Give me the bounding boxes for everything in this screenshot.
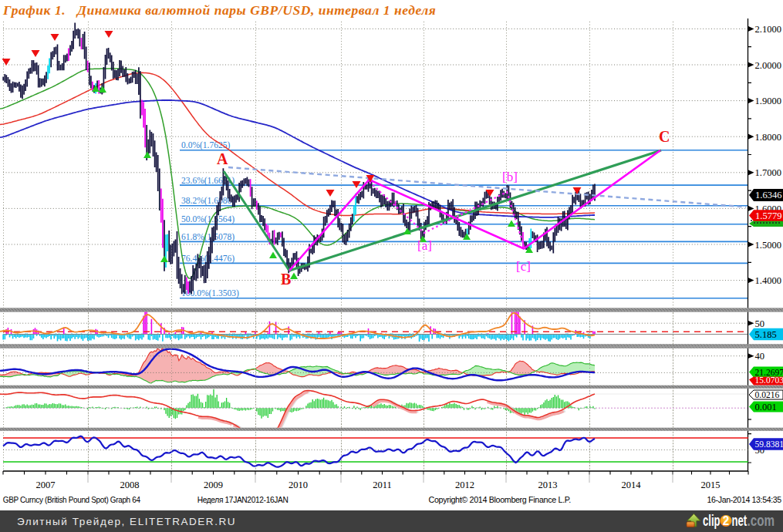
svg-text:61.8%(1.5078): 61.8%(1.5078): [181, 232, 235, 242]
svg-text:2013: 2013: [538, 480, 558, 490]
svg-text:1.5000: 1.5000: [755, 240, 781, 251]
svg-text:50: 50: [755, 318, 765, 329]
svg-text:2015: 2015: [701, 480, 721, 490]
svg-text:GBP Curncy (British Pound Spot: GBP Curncy (British Pound Spot) Graph 64: [3, 496, 140, 504]
svg-text:2007: 2007: [36, 480, 56, 490]
svg-text:1.6346: 1.6346: [755, 190, 781, 200]
svg-text:2.1000: 2.1000: [755, 24, 781, 35]
svg-text:2010: 2010: [289, 480, 308, 490]
svg-text:0.0216: 0.0216: [755, 390, 780, 399]
svg-text:1.4000: 1.4000: [755, 275, 781, 286]
svg-text:1.7000: 1.7000: [755, 167, 781, 178]
svg-text:clip: clip: [703, 512, 721, 529]
svg-text:[c]: [c]: [516, 259, 531, 274]
svg-text:net: net: [732, 512, 748, 529]
svg-text:1.5779: 1.5779: [755, 210, 781, 221]
svg-text:.com: .com: [748, 512, 775, 529]
svg-text:A: A: [217, 150, 228, 167]
svg-text:Copyright© 2014 Bloomberg Fina: Copyright© 2014 Bloomberg Finance L.P.: [429, 495, 572, 504]
svg-text:1.8000: 1.8000: [755, 132, 781, 143]
svg-text:5.185: 5.185: [755, 329, 777, 340]
svg-text:[a]: [a]: [417, 238, 432, 253]
svg-text:15.0703: 15.0703: [755, 375, 783, 385]
svg-text:2014: 2014: [622, 480, 642, 490]
svg-text:B: B: [281, 271, 291, 288]
svg-text:2011: 2011: [373, 480, 392, 490]
svg-text:2: 2: [723, 514, 730, 527]
svg-text:C: C: [659, 128, 670, 145]
svg-text:Неделя 17JAN2012-16JAN: Неделя 17JAN2012-16JAN: [197, 496, 289, 504]
svg-text:2009: 2009: [204, 480, 223, 490]
svg-text:40: 40: [755, 351, 765, 362]
svg-text:2008: 2008: [120, 480, 140, 490]
svg-text:[b]: [b]: [502, 170, 518, 184]
svg-text:16-Jan-2014 13:54:35: 16-Jan-2014 13:54:35: [707, 495, 781, 504]
svg-text:2012: 2012: [455, 480, 474, 490]
svg-text:0.001: 0.001: [755, 402, 777, 412]
svg-text:50.0%(1.5564): 50.0%(1.5564): [181, 214, 235, 224]
svg-text:Элитный Трейдер, ELITETRADER.R: Элитный Трейдер, ELITETRADER.RU: [17, 516, 236, 527]
svg-text:59.8381: 59.8381: [755, 439, 783, 449]
svg-text:1.9000: 1.9000: [755, 96, 781, 106]
svg-text:38.2%(1.6080): 38.2%(1.6080): [181, 196, 235, 206]
svg-text:2.0000: 2.0000: [755, 60, 781, 71]
